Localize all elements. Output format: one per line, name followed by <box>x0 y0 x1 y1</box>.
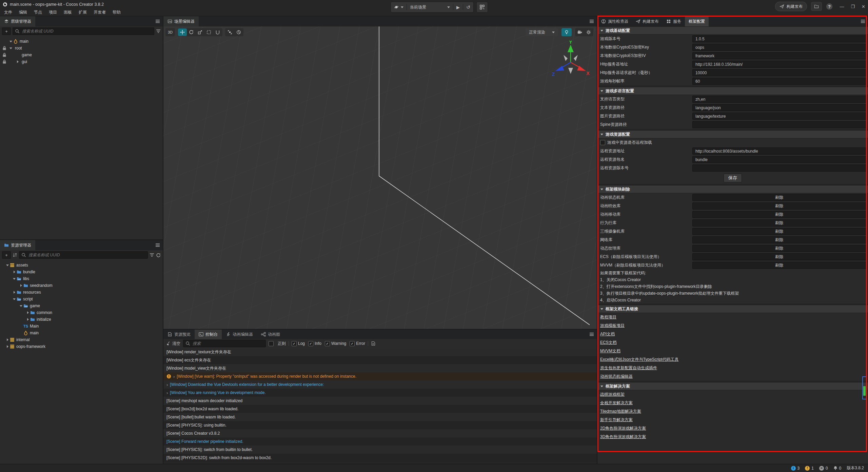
refresh-icon[interactable] <box>156 253 161 257</box>
log-row[interactable]: ›[Window] You are running Vue in develop… <box>163 389 597 397</box>
assets-search-input[interactable] <box>28 252 145 258</box>
inspector-scrollbar[interactable] <box>862 376 867 399</box>
move-tool-button[interactable] <box>178 28 187 36</box>
preview-qr-button[interactable] <box>477 2 488 12</box>
chevron-right-icon[interactable] <box>19 283 23 288</box>
inspector-tab[interactable]: 服务 <box>663 16 685 26</box>
doc-link[interactable]: ECS文档 <box>600 340 617 346</box>
expand-chevron-icon[interactable]: › <box>166 382 168 387</box>
chevron-down-icon[interactable] <box>12 276 17 281</box>
create-node-button[interactable]: + <box>2 27 11 35</box>
inspector-tab[interactable]: 框架配置 <box>685 16 709 26</box>
doc-link[interactable]: MVVM文档 <box>600 348 620 354</box>
log-row[interactable]: [Scene] meshopt wasm decoder initialized <box>163 397 597 405</box>
filter-checkbox[interactable] <box>325 341 330 346</box>
menu-item[interactable]: 面板 <box>60 9 75 15</box>
rotate-tool-button[interactable] <box>187 28 196 36</box>
chevron-right-icon[interactable] <box>5 344 10 349</box>
close-button[interactable]: ✕ <box>862 4 865 9</box>
tree-row[interactable]: game <box>0 52 163 58</box>
solution-link[interactable]: 2D角色扮演游戏解决方案 <box>600 426 646 431</box>
hierarchy-menu-icon[interactable] <box>155 19 160 24</box>
warning-count-badge[interactable]: ! 1 <box>805 466 814 471</box>
scale-tool-button[interactable] <box>196 28 204 36</box>
chevron-right-icon[interactable] <box>12 270 17 274</box>
rect-tool-button[interactable] <box>204 28 213 36</box>
filter-checkbox[interactable] <box>350 341 355 346</box>
tree-row[interactable]: libs <box>0 275 163 282</box>
log-row[interactable]: [Scene] Forward render pipeline initiali… <box>163 437 597 446</box>
chevron-right-icon[interactable] <box>25 317 30 322</box>
tree-row[interactable]: script <box>0 296 163 302</box>
preview-platform-button[interactable] <box>391 2 407 12</box>
tree-row[interactable]: bundle <box>0 269 163 275</box>
create-asset-button[interactable]: + <box>2 251 11 259</box>
chevron-right-icon[interactable] <box>12 290 17 295</box>
expand-chevron-icon[interactable]: › <box>166 391 168 395</box>
field-input[interactable]: http://localhost:8083/assets/bundle <box>692 148 866 155</box>
field-input[interactable]: zh,en <box>692 96 866 103</box>
doc-link[interactable]: 游戏模板项目 <box>600 323 625 329</box>
module-remove-button[interactable]: 剔除 <box>692 236 866 243</box>
menu-item[interactable]: 编辑 <box>16 9 31 15</box>
inspector-menu-icon[interactable] <box>861 19 865 24</box>
module-remove-button[interactable]: 剔除 <box>692 202 866 210</box>
field-input[interactable]: 1.0.5 <box>692 35 866 42</box>
filter-icon[interactable] <box>156 29 161 34</box>
scrollbar-thumb[interactable] <box>863 386 866 396</box>
log-row[interactable]: [Scene] [PHYSICS]: using builtin. <box>163 421 597 429</box>
field-input[interactable]: http://192.168.0.150/main/ <box>692 61 866 68</box>
chevron-down-icon[interactable] <box>12 297 17 301</box>
camera-settings-button[interactable] <box>575 28 584 36</box>
field-input[interactable] <box>692 121 866 128</box>
filter-checkbox[interactable] <box>308 341 313 346</box>
hierarchy-search-input[interactable] <box>21 28 152 34</box>
chevron-right-icon[interactable] <box>5 337 10 342</box>
axis-gizmo[interactable]: Y X Z <box>551 41 590 80</box>
mode-3d-button[interactable]: 3D <box>166 28 175 36</box>
section-header[interactable]: 框架模块剔除 <box>597 185 868 193</box>
regex-checkbox[interactable] <box>269 341 274 346</box>
solution-link[interactable]: 全栈开发解决方案 <box>600 400 633 406</box>
section-header[interactable]: 游戏资源配置 <box>597 130 868 138</box>
coordinate-toggle-button[interactable] <box>234 28 243 36</box>
tree-row[interactable]: initialize <box>0 316 163 323</box>
chevron-down-icon[interactable] <box>8 39 13 44</box>
menu-item[interactable]: 节点 <box>31 9 45 15</box>
console-search-input[interactable] <box>192 341 263 346</box>
field-input[interactable]: framework <box>692 52 866 59</box>
solution-link[interactable]: 3D角色扮演游戏解决方案 <box>600 434 646 440</box>
log-row[interactable]: [Scene] [bullet]:bullet wasm lib loaded. <box>163 413 597 421</box>
console-tab[interactable]: 控制台 <box>195 330 222 339</box>
solution-link[interactable]: Tiledmap地图解决方案 <box>600 409 641 414</box>
menu-item[interactable]: 扩展 <box>75 9 90 15</box>
help-button[interactable]: ? <box>826 3 833 10</box>
log-file-icon[interactable] <box>371 341 376 346</box>
tree-row[interactable]: oops-framework <box>0 343 163 350</box>
module-remove-button[interactable]: 剔除 <box>692 253 866 260</box>
restart-button[interactable]: ↺ <box>463 2 473 12</box>
chevron-down-icon[interactable] <box>8 46 13 51</box>
log-row[interactable]: ›[Window] [Vue warn]: Property "onInput"… <box>163 372 597 380</box>
assets-tab[interactable]: 资源管理器 <box>0 240 35 250</box>
field-input[interactable]: bundle <box>692 156 866 163</box>
expand-chevron-icon[interactable]: › <box>173 374 175 379</box>
tree-row[interactable]: gui <box>0 58 163 65</box>
inspector-tab[interactable]: 构建发布 <box>632 16 663 26</box>
menu-item[interactable]: 帮助 <box>109 9 124 15</box>
field-input[interactable]: 60 <box>692 78 866 85</box>
section-header[interactable]: 框架解决方案 <box>597 382 868 390</box>
console-tab[interactable]: 动画编辑器 <box>222 330 257 339</box>
minimize-button[interactable]: — <box>840 4 844 9</box>
menu-item[interactable]: 项目 <box>45 9 60 15</box>
inspector-tab[interactable]: 属性检查器 <box>597 16 632 26</box>
module-remove-button[interactable]: 剔除 <box>692 228 866 235</box>
maximize-button[interactable]: ❐ <box>851 4 855 9</box>
chevron-down-icon[interactable] <box>5 263 10 268</box>
tree-row[interactable]: seedrandom <box>0 282 163 289</box>
field-input[interactable]: language/json <box>692 104 866 111</box>
tree-row[interactable]: main <box>0 330 163 336</box>
notification-badge[interactable]: 0 <box>833 466 842 471</box>
solution-link[interactable]: 新手引导解决方案 <box>600 417 633 423</box>
log-row[interactable]: [Scene] Cocos Creator v3.8.2 <box>163 429 597 437</box>
